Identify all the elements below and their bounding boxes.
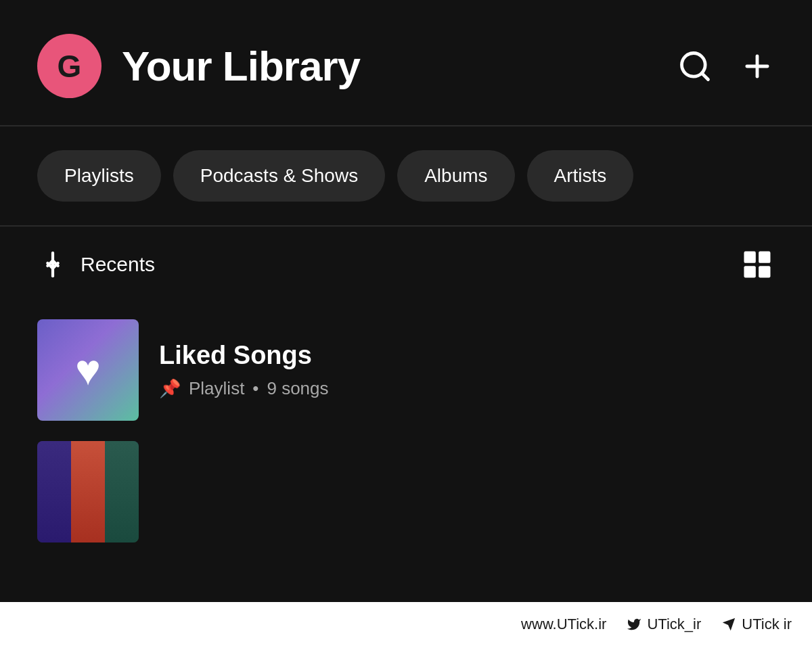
sort-left: Recents <box>37 249 155 280</box>
list-item[interactable]: ♥ Liked Songs 📌 Playlist • 9 songs <box>37 309 775 431</box>
liked-songs-artwork: ♥ <box>37 319 139 421</box>
search-icon <box>677 49 713 84</box>
grid-icon <box>740 247 775 282</box>
grid-view-button[interactable] <box>740 247 775 282</box>
footer-twitter: UTick_ir <box>627 616 701 633</box>
pin-icon: 📌 <box>159 378 181 399</box>
sort-button[interactable] <box>37 249 68 280</box>
header: G Your Library <box>0 0 812 125</box>
svg-rect-8 <box>744 266 756 277</box>
twitter-icon <box>627 617 641 632</box>
add-button[interactable] <box>740 49 775 84</box>
avatar[interactable]: G <box>37 34 102 98</box>
svg-rect-6 <box>744 252 756 263</box>
svg-line-1 <box>702 73 708 79</box>
filter-playlists[interactable]: Playlists <box>37 150 161 202</box>
footer-telegram-text: UTick ir <box>742 616 792 633</box>
sort-icon <box>37 249 68 280</box>
list-item[interactable] <box>37 431 775 553</box>
sort-label: Recents <box>81 253 155 276</box>
liked-songs-count: 9 songs <box>267 378 328 399</box>
filter-podcasts[interactable]: Podcasts & Shows <box>173 150 385 202</box>
filters-section: Playlists Podcasts & Shows Albums Artist… <box>0 126 812 225</box>
footer-telegram: UTick ir <box>721 616 792 633</box>
liked-songs-info: Liked Songs 📌 Playlist • 9 songs <box>159 341 329 399</box>
liked-songs-meta: 📌 Playlist • 9 songs <box>159 378 329 399</box>
svg-rect-7 <box>759 252 770 263</box>
footer-bar: www.UTick.ir UTick_ir UTick ir <box>0 602 812 646</box>
plus-icon <box>740 49 775 84</box>
filter-artists[interactable]: Artists <box>527 150 634 202</box>
filter-albums[interactable]: Albums <box>397 150 514 202</box>
heart-icon: ♥ <box>75 345 101 395</box>
search-button[interactable] <box>677 49 713 84</box>
liked-songs-type: Playlist <box>189 378 244 399</box>
footer-website: www.UTick.ir <box>521 616 606 633</box>
library-list: ♥ Liked Songs 📌 Playlist • 9 songs <box>0 302 812 559</box>
header-left: G Your Library <box>37 34 360 98</box>
page-title: Your Library <box>122 42 360 90</box>
pagode-artwork <box>37 441 139 543</box>
footer-twitter-text: UTick_ir <box>647 616 701 633</box>
sort-section: Recents <box>0 227 812 302</box>
header-actions <box>677 49 775 84</box>
svg-rect-9 <box>759 266 770 277</box>
telegram-icon <box>721 617 736 632</box>
liked-songs-separator: • <box>252 378 258 399</box>
liked-songs-title: Liked Songs <box>159 341 329 370</box>
